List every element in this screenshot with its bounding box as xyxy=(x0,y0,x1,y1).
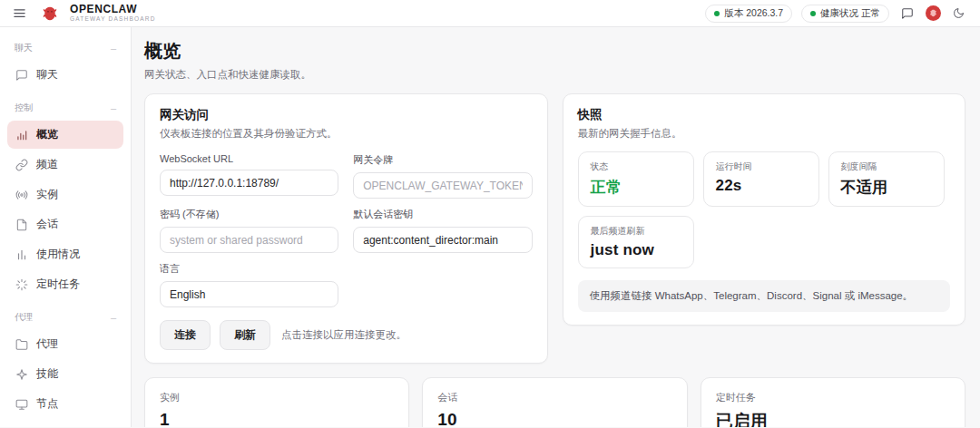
top-bar: OPENCLAW GATEWAY DASHBOARD 版本 2026.3.7 健… xyxy=(0,0,980,27)
sidebar-item-label: 代理 xyxy=(36,336,58,352)
sidebar-item[interactable]: 使用情况 xyxy=(7,240,123,268)
sidebar-section-items: 概览 频道 实例 会话 使用情况 xyxy=(7,121,123,298)
sidebar-item-label: 节点 xyxy=(36,396,58,412)
password-group: 密码 (不存储) xyxy=(160,199,338,253)
sidebar-item[interactable]: 定时任务 xyxy=(7,270,123,298)
sidebar-section-heading[interactable]: 设置 – xyxy=(7,423,123,427)
snapshot-tile: 运行时间 22s xyxy=(703,151,819,207)
websocket-url-group: WebSocket URL xyxy=(160,144,338,199)
collapse-dash-icon: – xyxy=(111,43,116,54)
brand-title: OPENCLAW xyxy=(70,4,156,15)
version-status-dot xyxy=(714,11,720,16)
menu-icon[interactable] xyxy=(13,6,26,20)
sidebar-section-items: 代理 技能 节点 xyxy=(7,330,123,418)
brand-subtitle: GATEWAY DASHBOARD xyxy=(70,16,156,23)
user-avatar[interactable] xyxy=(926,5,941,21)
main-content: 概览 网关状态、入口点和快速健康读取。 网关访问 仪表板连接的位置及其身份验证方… xyxy=(132,27,980,427)
snapshot-tile-label: 刻度间隔 xyxy=(841,160,932,173)
sidebar-item-label: 聊天 xyxy=(36,67,58,83)
health-badge-label: 健康状况 正常 xyxy=(820,7,880,20)
sidebar-item[interactable]: 频道 xyxy=(7,151,123,179)
link-icon xyxy=(15,159,28,171)
gateway-token-input[interactable] xyxy=(353,172,532,199)
snapshot-tile: 状态 正常 xyxy=(578,151,694,207)
page-title: 概览 xyxy=(144,39,965,63)
session-key-label: 默认会话密钥 xyxy=(353,208,532,221)
openclaw-logo-icon xyxy=(41,5,59,23)
gateway-access-card: 网关访问 仪表板连接的位置及其身份验证方式。 WebSocket URL 网关令… xyxy=(144,93,548,364)
sidebar-section-heading[interactable]: 控制 – xyxy=(7,94,123,121)
snapshot-tile-label: 运行时间 xyxy=(716,160,807,173)
refresh-button[interactable]: 刷新 xyxy=(220,320,270,350)
password-label: 密码 (不存储) xyxy=(160,208,338,221)
sidebar-item-label: 概览 xyxy=(36,127,58,142)
sidebar-section: 控制 – 概览 频道 实例 xyxy=(7,94,123,298)
overview-chart-icon xyxy=(15,129,28,141)
session-key-group: 默认会话密钥 xyxy=(353,199,532,253)
sidebar: 聊天 – 聊天 控制 – xyxy=(0,27,132,427)
version-badge-label: 版本 2026.3.7 xyxy=(724,7,783,20)
sidebar-section-heading[interactable]: 代理 – xyxy=(7,304,123,330)
theme-toggle-moon-icon[interactable] xyxy=(950,7,967,19)
sidebar-section-label: 代理 xyxy=(15,311,33,324)
sidebar-section-items: 聊天 xyxy=(7,61,123,89)
brand: OPENCLAW GATEWAY DASHBOARD xyxy=(70,4,156,22)
language-label: 语言 xyxy=(160,262,338,276)
snapshot-tile-value: 22s xyxy=(716,177,807,195)
sidebar-section-label: 控制 xyxy=(15,102,33,114)
sparkle-icon xyxy=(15,368,28,381)
chat-bubble-icon xyxy=(15,69,28,82)
sidebar-item-label: 技能 xyxy=(36,366,58,382)
stat-card: 实例 1 过去 5 分钟内的在线信号。 xyxy=(144,377,409,427)
health-badge: 健康状况 正常 xyxy=(801,5,889,23)
snapshot-tile: 最后频道刷新 just now xyxy=(578,216,694,268)
app-shell: 聊天 – 聊天 控制 – xyxy=(0,27,980,427)
stat-card: 会话 10 网关跟踪的最近会话密钥。 xyxy=(422,377,687,427)
stat-card-label: 实例 xyxy=(160,391,394,404)
stat-card-value: 已启用 xyxy=(716,410,950,427)
sidebar-item-label: 定时任务 xyxy=(36,277,80,292)
sidebar-section: 代理 – 代理 技能 节点 xyxy=(7,304,123,418)
snapshot-card-subtitle: 最新的网关握手信息。 xyxy=(578,127,951,141)
collapse-dash-icon: – xyxy=(111,102,116,113)
sidebar-item[interactable]: 会话 xyxy=(7,210,123,238)
stat-card-value: 10 xyxy=(437,410,671,427)
snapshot-tile: 刻度间隔 不适用 xyxy=(828,151,945,207)
version-badge: 版本 2026.3.7 xyxy=(705,5,792,23)
connect-button[interactable]: 连接 xyxy=(160,320,211,350)
stat-card: 定时任务 已启用 下次唤醒 周一, 2026/3/16 08:00:00 (in… xyxy=(701,377,965,427)
snapshot-footer-note: 使用频道链接 WhatsApp、Telegram、Discord、Signal … xyxy=(578,280,951,312)
websocket-url-input[interactable] xyxy=(160,170,338,196)
sidebar-section-heading[interactable]: 聊天 – xyxy=(7,34,123,61)
feedback-chat-icon[interactable] xyxy=(898,7,916,20)
sidebar-item-label: 频道 xyxy=(36,157,58,172)
monitor-icon xyxy=(15,398,28,411)
snapshot-tile-label: 状态 xyxy=(591,160,681,173)
sidebar-item[interactable]: 聊天 xyxy=(7,61,123,89)
sidebar-item[interactable]: 技能 xyxy=(7,360,123,388)
gateway-token-label: 网关令牌 xyxy=(353,153,532,167)
gateway-token-group: 网关令牌 xyxy=(353,144,532,199)
stat-card-label: 定时任务 xyxy=(716,391,950,404)
connect-hint: 点击连接以应用连接更改。 xyxy=(281,328,407,342)
stats-row: 实例 1 过去 5 分钟内的在线信号。 会话 10 网关跟踪的最近会话密钥。 定… xyxy=(144,377,965,427)
snapshot-card: 快照 最新的网关握手信息。 状态 正常 运行时间 22s 刻度间隔 不适用 xyxy=(563,93,966,326)
sidebar-item-label: 实例 xyxy=(36,187,58,202)
sidebar-item[interactable]: 实例 xyxy=(7,180,123,209)
sidebar-section: 设置 – 配置 调试 xyxy=(7,423,123,427)
sidebar-item-label: 使用情况 xyxy=(36,247,80,262)
sidebar-section-label: 聊天 xyxy=(15,42,33,54)
snapshot-tile-label: 最后频道刷新 xyxy=(591,225,681,238)
snapshot-tile-value: just now xyxy=(591,241,681,259)
language-select[interactable] xyxy=(160,281,338,307)
collapse-dash-icon: – xyxy=(111,312,116,323)
session-key-input[interactable] xyxy=(353,227,532,253)
snapshot-tile-value: 不适用 xyxy=(841,177,932,198)
usage-chart-icon xyxy=(15,248,28,261)
password-input[interactable] xyxy=(160,227,338,253)
sidebar-item[interactable]: 节点 xyxy=(7,390,123,418)
sidebar-item[interactable]: 代理 xyxy=(7,330,123,358)
websocket-url-label: WebSocket URL xyxy=(160,153,338,164)
sidebar-section: 聊天 – 聊天 xyxy=(7,34,123,89)
sidebar-item[interactable]: 概览 xyxy=(7,121,123,149)
